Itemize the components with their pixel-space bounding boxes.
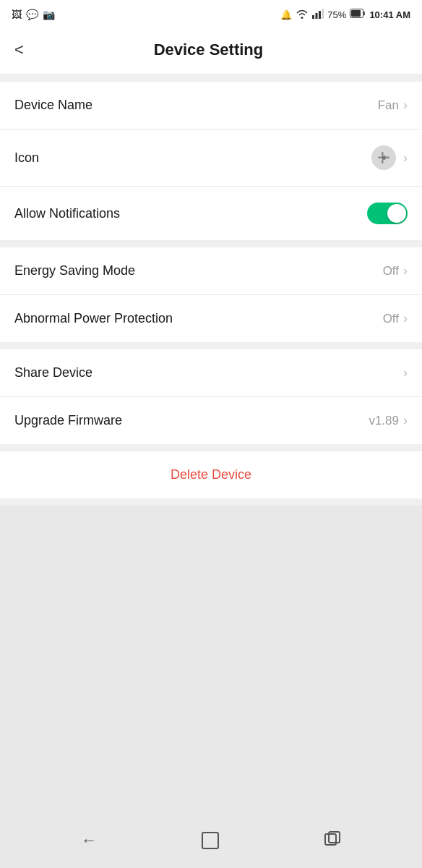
svg-rect-2 [319, 11, 321, 19]
allow-notifications-label: Allow Notifications [14, 206, 120, 221]
svg-rect-9 [378, 157, 382, 159]
svg-rect-0 [312, 15, 314, 19]
energy-saving-text: Off [383, 264, 399, 278]
chevron-icon: › [403, 263, 408, 278]
alarm-icon: 🔔 [280, 9, 292, 20]
abnormal-power-value: Off › [383, 311, 408, 326]
group-basic-settings: Device Name Fan › Icon › Allow Notificat… [0, 82, 422, 240]
energy-saving-label: Energy Saving Mode [14, 263, 135, 278]
device-name-value: Fan › [378, 98, 408, 113]
chevron-icon: › [403, 150, 408, 166]
time: 10:41 AM [369, 9, 410, 20]
gallery-icon: 🖼 [12, 9, 22, 20]
android-nav-bar: ← [0, 816, 422, 868]
abnormal-power-row[interactable]: Abnormal Power Protection Off › [0, 295, 422, 342]
svg-rect-10 [386, 157, 389, 159]
nav-home-button[interactable] [202, 832, 219, 849]
group-power-settings: Energy Saving Mode Off › Abnormal Power … [0, 247, 422, 342]
icon-label: Icon [14, 150, 39, 166]
message-icon: 💬 [26, 9, 38, 20]
share-device-value: › [403, 365, 408, 380]
header: < Device Setting [0, 26, 422, 75]
bottom-spacer [0, 506, 422, 816]
device-name-label: Device Name [14, 98, 92, 113]
svg-rect-8 [382, 160, 384, 163]
wifi-icon [296, 9, 309, 21]
page-title: Device Setting [38, 41, 379, 59]
svg-point-6 [382, 156, 386, 160]
status-bar: 🖼 💬 📷 🔔 75% [0, 0, 422, 26]
toggle-thumb [387, 204, 406, 223]
abnormal-power-text: Off [383, 312, 399, 326]
battery-percentage: 75% [327, 9, 346, 20]
signal-icon [312, 9, 324, 21]
share-device-label: Share Device [14, 365, 92, 380]
group-device-actions: Share Device › Upgrade Firmware v1.89 › [0, 349, 422, 444]
chevron-icon: › [403, 413, 408, 428]
upgrade-firmware-value: v1.89 › [369, 413, 408, 428]
upgrade-firmware-label: Upgrade Firmware [14, 413, 122, 428]
icon-value: › [371, 145, 408, 170]
chevron-icon: › [403, 365, 408, 380]
device-name-text: Fan [378, 98, 399, 113]
delete-device-button[interactable]: Delete Device [171, 467, 251, 482]
svg-rect-3 [322, 9, 324, 19]
chevron-icon: › [403, 98, 408, 113]
svg-rect-7 [382, 152, 384, 156]
back-button[interactable]: < [14, 38, 30, 62]
svg-rect-1 [316, 13, 318, 19]
svg-rect-5 [351, 10, 361, 17]
status-left-icons: 🖼 💬 📷 [12, 9, 55, 20]
energy-saving-row[interactable]: Energy Saving Mode Off › [0, 247, 422, 295]
battery-icon [350, 9, 366, 20]
device-icon-preview [371, 145, 396, 170]
abnormal-power-label: Abnormal Power Protection [14, 311, 173, 326]
firmware-version-text: v1.89 [369, 414, 399, 428]
icon-row[interactable]: Icon › [0, 129, 422, 187]
allow-notifications-row[interactable]: Allow Notifications [0, 187, 422, 240]
nav-recent-button[interactable] [324, 830, 341, 851]
camera-icon: 📷 [43, 9, 55, 20]
share-device-row[interactable]: Share Device › [0, 349, 422, 397]
device-name-row[interactable]: Device Name Fan › [0, 82, 422, 129]
energy-saving-value: Off › [383, 263, 408, 278]
nav-back-button[interactable]: ← [81, 831, 97, 850]
upgrade-firmware-row[interactable]: Upgrade Firmware v1.89 › [0, 397, 422, 444]
chevron-icon: › [403, 311, 408, 326]
delete-device-section[interactable]: Delete Device [0, 451, 422, 498]
notifications-toggle[interactable] [367, 203, 408, 224]
toggle-track [367, 203, 408, 224]
status-right-icons: 🔔 75% 10:41 AM [280, 9, 410, 21]
